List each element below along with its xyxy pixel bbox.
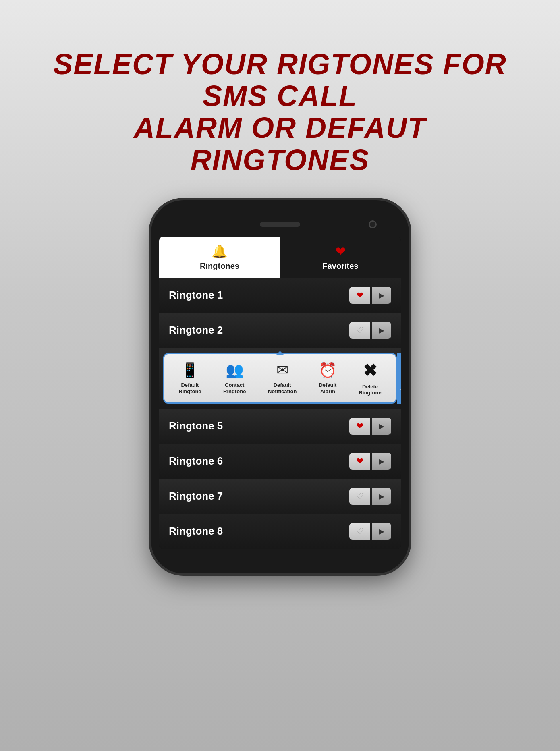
play-button[interactable]: ▶ bbox=[372, 418, 391, 435]
ringtone-name: Ringtone 6 bbox=[169, 455, 223, 467]
play-button[interactable]: ▶ bbox=[372, 322, 391, 339]
ringtone-list: Ringtone 1 ❤ ▶ Ringtone 2 ♡ bbox=[159, 278, 401, 549]
list-item[interactable]: Ringtone 8 ♡ ▶ bbox=[159, 514, 401, 549]
favorite-button[interactable]: ❤ bbox=[349, 287, 370, 304]
phone-device: 🔔 Ringtones ❤ Favorites Ringtone 1 ❤ ▶ bbox=[151, 200, 409, 573]
ringtone-name: Ringtone 7 bbox=[169, 490, 223, 502]
ringtone-name: Ringtone 5 bbox=[169, 420, 223, 432]
favorites-tab-icon: ❤ bbox=[335, 244, 346, 259]
list-item[interactable]: Ringtone 7 ♡ ▶ bbox=[159, 479, 401, 514]
play-button[interactable]: ▶ bbox=[372, 488, 391, 505]
ringtone-controls: ♡ ▶ bbox=[349, 322, 391, 339]
scroll-down-arrow[interactable]: ▼ bbox=[397, 378, 401, 404]
tab-ringtones[interactable]: 🔔 Ringtones bbox=[159, 237, 280, 278]
contact-ringtone-icon: 👥 bbox=[226, 362, 244, 379]
play-button[interactable]: ▶ bbox=[372, 287, 391, 304]
heart-icon: ♡ bbox=[356, 491, 364, 502]
play-icon: ▶ bbox=[379, 492, 384, 501]
tab-bar: 🔔 Ringtones ❤ Favorites bbox=[159, 237, 401, 278]
tab-favorites[interactable]: ❤ Favorites bbox=[280, 237, 401, 278]
context-menu-item-default-ringtone[interactable]: 📱 DefaultRingtone bbox=[175, 362, 204, 394]
play-icon: ▶ bbox=[379, 326, 384, 335]
favorite-button[interactable]: ❤ bbox=[349, 418, 370, 435]
context-menu: 📱 DefaultRingtone 👥 ContactRingtone ✉ De… bbox=[163, 353, 397, 404]
scroll-up-arrow[interactable]: ▲ bbox=[397, 353, 401, 378]
context-menu-row: 📱 DefaultRingtone 👥 ContactRingtone ✉ De… bbox=[159, 348, 401, 409]
ringtone-tab-label: Ringtones bbox=[200, 261, 239, 271]
play-button[interactable]: ▶ bbox=[372, 523, 391, 540]
list-item[interactable]: Ringtone 6 ❤ ▶ bbox=[159, 444, 401, 479]
play-icon: ▶ bbox=[379, 527, 384, 536]
phone-screen: 🔔 Ringtones ❤ Favorites Ringtone 1 ❤ ▶ bbox=[159, 237, 401, 549]
heart-icon: ❤ bbox=[356, 421, 363, 432]
delete-ringtone-label: DeleteRingtone bbox=[359, 384, 381, 396]
play-icon: ▶ bbox=[379, 457, 384, 466]
favorite-button[interactable]: ♡ bbox=[349, 523, 370, 540]
contact-ringtone-label: ContactRingtone bbox=[223, 382, 246, 394]
list-item[interactable]: Ringtone 1 ❤ ▶ bbox=[159, 278, 401, 313]
play-icon: ▶ bbox=[379, 291, 384, 300]
header-text: SELECT YOUR RIGTONES FOR SMS CALL ALARM … bbox=[24, 48, 536, 176]
ringtone-name: Ringtone 8 bbox=[169, 525, 223, 537]
ringtone-controls: ♡ ▶ bbox=[349, 523, 391, 540]
context-menu-item-contact-ringtone[interactable]: 👥 ContactRingtone bbox=[220, 362, 249, 394]
ringtone-controls: ❤ ▶ bbox=[349, 418, 391, 435]
context-menu-item-delete[interactable]: ✖ DeleteRingtone bbox=[355, 361, 384, 396]
context-menu-wrapper: 📱 DefaultRingtone 👥 ContactRingtone ✉ De… bbox=[163, 353, 397, 404]
heart-icon: ♡ bbox=[356, 526, 364, 537]
ringtone-controls: ♡ ▶ bbox=[349, 488, 391, 505]
favorite-button[interactable]: ♡ bbox=[349, 322, 370, 339]
alarm-icon: ⏰ bbox=[319, 362, 337, 379]
delete-icon: ✖ bbox=[363, 361, 377, 380]
list-item[interactable]: Ringtone 5 ❤ ▶ bbox=[159, 409, 401, 444]
phone-camera bbox=[369, 220, 377, 228]
notification-icon: ✉ bbox=[276, 362, 288, 379]
context-menu-item-default-alarm[interactable]: ⏰ DefaultAlarm bbox=[315, 362, 340, 394]
ringtone-controls: ❤ ▶ bbox=[349, 287, 391, 304]
ringtone-controls: ❤ ▶ bbox=[349, 453, 391, 470]
favorite-button[interactable]: ❤ bbox=[349, 453, 370, 470]
default-notification-label: DefaultNotification bbox=[268, 382, 297, 394]
scroll-arrows: ▲ ▼ bbox=[397, 353, 401, 404]
default-alarm-label: DefaultAlarm bbox=[319, 382, 336, 394]
list-item[interactable]: Ringtone 2 ♡ ▶ bbox=[159, 313, 401, 348]
default-ringtone-icon: 📱 bbox=[181, 362, 199, 379]
favorite-button[interactable]: ♡ bbox=[349, 488, 370, 505]
ringtone-name: Ringtone 1 bbox=[169, 289, 223, 301]
play-icon: ▶ bbox=[379, 422, 384, 431]
ringtone-tab-icon: 🔔 bbox=[212, 244, 228, 259]
header-section: SELECT YOUR RIGTONES FOR SMS CALL ALARM … bbox=[0, 24, 560, 176]
phone-top-bar bbox=[159, 216, 401, 232]
phone-speaker bbox=[260, 222, 300, 227]
context-menu-item-default-notification[interactable]: ✉ DefaultNotification bbox=[265, 362, 300, 394]
heart-icon: ❤ bbox=[356, 290, 363, 301]
favorites-tab-label: Favorites bbox=[323, 261, 359, 271]
heart-icon: ❤ bbox=[356, 456, 363, 467]
default-ringtone-label: DefaultRingtone bbox=[178, 382, 201, 394]
heart-icon: ♡ bbox=[356, 325, 364, 336]
ringtone-name: Ringtone 2 bbox=[169, 324, 223, 336]
play-button[interactable]: ▶ bbox=[372, 453, 391, 470]
